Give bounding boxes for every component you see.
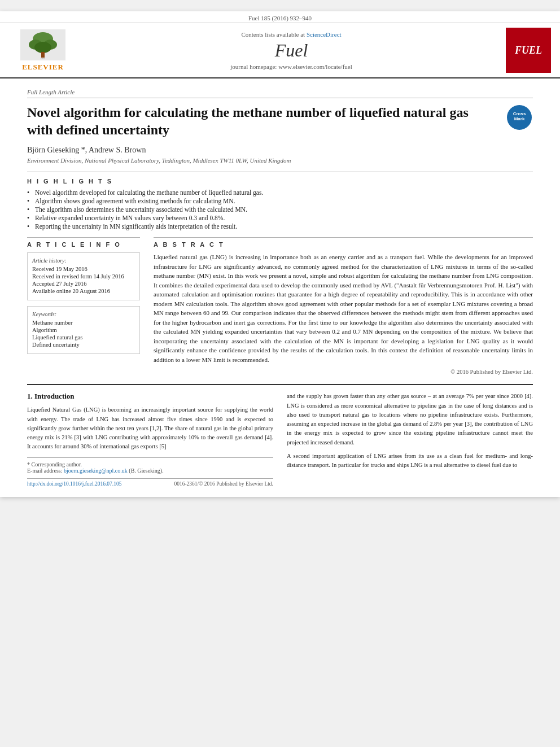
science-direct-link[interactable]: ScienceDirect [307,31,342,38]
fuel-cover-image: FUEL [506,28,551,73]
revised-date: Received in revised form 14 July 2016 [32,273,135,279]
elsevier-brand-text: ELSEVIER [22,63,64,72]
elsevier-logo: ~~~ ELSEVIER [9,28,77,73]
highlight-item-5: Reporting the uncertainty in MN signific… [27,222,533,230]
intro-paragraph-1: Liquefied Natural Gas (LNG) is becoming … [27,405,273,451]
article-title: Novel algorithm for calculating the meth… [27,104,506,139]
science-direct-line: Contents lists available at ScienceDirec… [82,31,500,38]
abstract-column: A B S T R A C T Liquefied natural gas (L… [154,237,533,375]
keyword-3: Liquefied natural gas [32,334,135,340]
abstract-header: A B S T R A C T [154,237,533,248]
keywords-block: Keywords: Methane number Algorithm Lique… [27,306,140,354]
citation-text: Fuel 185 (2016) 932–940 [248,15,312,21]
keyword-2: Algorithm [32,327,135,333]
intro-heading-text: Introduction [34,392,75,400]
elsevier-tree-svg: ~~~ [23,30,63,59]
footnote-area: * Corresponding author. E-mail address: … [27,457,273,474]
fuel-cover-label: FUEL [506,28,551,73]
authors: Björn Gieseking *, Andrew S. Brown [27,146,533,155]
corresponding-author-note: * Corresponding author. [27,461,273,468]
highlight-item-4: Relative expanded uncertainty in MN valu… [27,213,533,222]
svg-text:Cross: Cross [513,111,526,116]
affiliation: Environment Division, National Physical … [27,157,533,164]
intro-paragraph-3: A second important application of LNG ar… [287,452,533,470]
history-label: Article history: [32,257,135,264]
available-online-date: Available online 20 August 2016 [32,288,135,294]
keyword-4: Defined uncertainty [32,342,135,348]
keywords-label: Keywords: [32,311,135,317]
abstract-copyright: © 2016 Published by Elsevier Ltd. [154,369,533,375]
received-date: Received 19 May 2016 [32,266,135,272]
doi-bar: http://dx.doi.org/10.1016/j.fuel.2016.07… [27,478,273,487]
issn-text: 0016-2361/© 2016 Published by Elsevier L… [174,481,273,487]
journal-name: Fuel [82,40,500,61]
introduction-body: 1. Introduction Liquefied Natural Gas (L… [27,392,533,486]
intro-paragraph-2: and the supply has grown faster than any… [287,392,533,447]
introduction-section-divider [27,384,533,385]
crossmark-circle: Cross Mark [507,105,532,130]
highlights-divider [27,172,533,172]
intro-col-right: and the supply has grown faster than any… [287,392,533,486]
highlight-item-2: Algorithm shows good agreement with exis… [27,196,533,205]
top-bar: Fuel 185 (2016) 932–940 [0,11,560,23]
journal-homepage: journal homepage: www.elsevier.com/locat… [82,63,500,70]
intro-heading: 1. Introduction [27,392,273,401]
article-type: Full Length Article [27,89,533,98]
article-title-row: Novel algorithm for calculating the meth… [27,104,533,139]
svg-text:~~~: ~~~ [41,58,45,59]
svg-rect-4 [41,52,45,58]
accepted-date: Accepted 27 July 2016 [32,281,135,287]
journal-header: ~~~ ELSEVIER Contents lists available at… [0,23,560,78]
abstract-text: Liquefied natural gas (LNG) is increasin… [154,252,533,364]
email-note: E-mail address: bjoern.gieseking@npl.co.… [27,468,273,474]
crossmark-badge[interactable]: Cross Mark [506,104,533,131]
highlight-item-1: Novel algorithm developed for calculatin… [27,188,533,196]
article-info-column: A R T I C L E I N F O Article history: R… [27,237,140,375]
article-info-abstract-section: A R T I C L E I N F O Article history: R… [27,237,533,375]
intro-col-left: 1. Introduction Liquefied Natural Gas (L… [27,392,273,486]
article-history-block: Article history: Received 19 May 2016 Re… [27,252,140,300]
highlights-header: H I G H L I G H T S [27,178,533,185]
doi-link[interactable]: http://dx.doi.org/10.1016/j.fuel.2016.07… [27,481,121,487]
elsevier-tree-image: ~~~ [20,29,65,60]
svg-text:Mark: Mark [514,116,525,121]
page: Fuel 185 (2016) 932–940 ~~~ ELSEVIER [0,11,560,497]
svg-point-3 [34,42,51,53]
highlight-item-3: The algorithm also determines the uncert… [27,205,533,213]
journal-center-info: Contents lists available at ScienceDirec… [82,28,500,73]
author-email-link[interactable]: bjoern.gieseking@npl.co.uk [64,468,128,474]
article-info-header: A R T I C L E I N F O [27,237,140,248]
main-content: Full Length Article Novel algorithm for … [0,78,560,497]
keyword-1: Methane number [32,320,135,326]
highlights-list: Novel algorithm developed for calculatin… [27,188,533,230]
